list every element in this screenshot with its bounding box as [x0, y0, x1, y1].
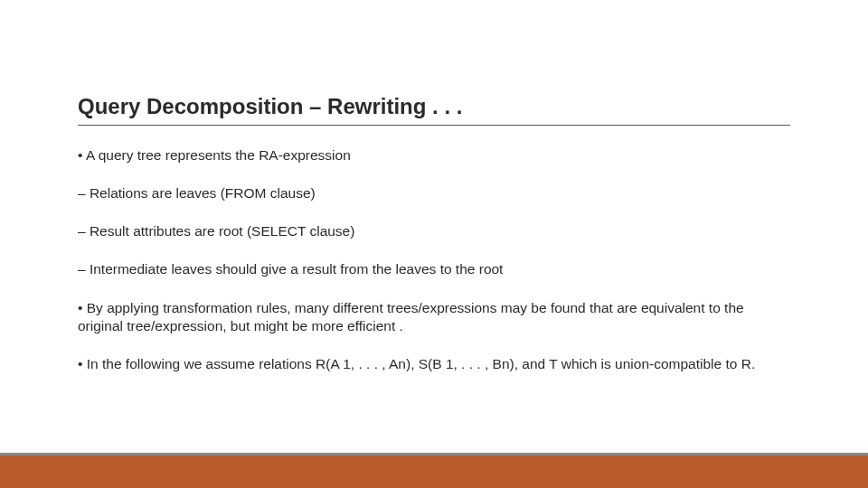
bullet-item: – Intermediate leaves should give a resu… — [78, 260, 790, 278]
bullet-item: • In the following we assume relations R… — [78, 355, 790, 373]
bullet-item: • A query tree represents the RA-express… — [78, 146, 790, 164]
bullet-item: • By applying transformation rules, many… — [78, 299, 790, 335]
bullet-item: – Relations are leaves (FROM clause) — [78, 184, 790, 202]
bullet-item: – Result attributes are root (SELECT cla… — [78, 222, 790, 240]
slide-body: • A query tree represents the RA-express… — [78, 146, 790, 393]
footer-bar — [0, 455, 868, 488]
slide: Query Decomposition – Rewriting . . . • … — [0, 0, 868, 488]
slide-title: Query Decomposition – Rewriting . . . — [78, 94, 790, 126]
